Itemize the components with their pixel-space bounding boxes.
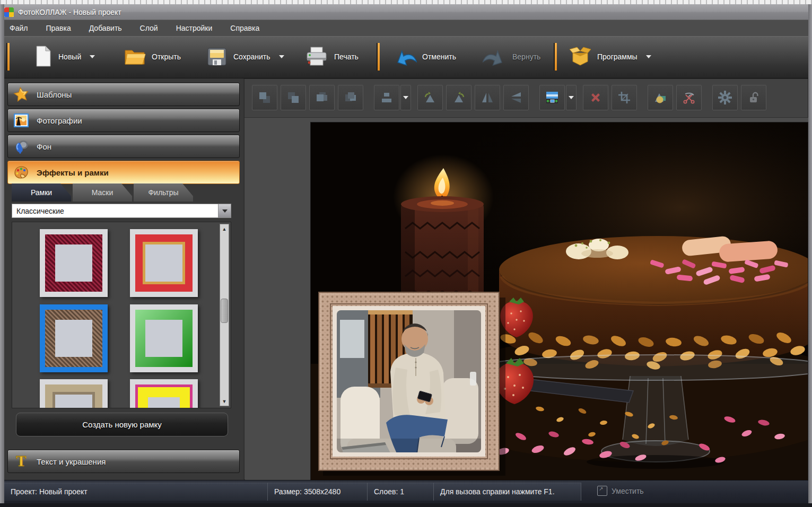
- save-button[interactable]: Сохранить: [206, 41, 284, 73]
- undo-button[interactable]: Отменить: [392, 41, 456, 73]
- frame-thumbnail-crimson[interactable]: [40, 229, 108, 297]
- rotate-right-icon: [452, 91, 466, 104]
- crop-icon: [617, 91, 631, 104]
- screen-capture-artifact: [0, 0, 812, 4]
- collage-canvas[interactable]: [311, 123, 808, 480]
- tab-frames[interactable]: Рамки: [12, 183, 71, 202]
- redo-arrow-icon: [483, 45, 507, 68]
- window-bottom-edge: [0, 503, 812, 507]
- open-folder-icon: [123, 46, 146, 68]
- save-button-label: Сохранить: [233, 53, 270, 61]
- menu-item-settings[interactable]: Настройки: [176, 24, 213, 32]
- menu-item-help[interactable]: Справка: [230, 24, 259, 32]
- tool-lock[interactable]: [741, 85, 766, 110]
- sidebar-panel-label: Шаблоны: [37, 90, 72, 99]
- create-frame-button[interactable]: Создать новую рамку: [16, 413, 228, 436]
- toolbar-separator: [378, 43, 380, 71]
- frames-tabs: Рамки Маски Фильтры: [12, 183, 193, 202]
- chevron-down-icon[interactable]: [90, 55, 95, 58]
- fit-button[interactable]: Уместить: [597, 486, 644, 496]
- programs-button-label: Программы: [597, 53, 638, 61]
- tool-crop[interactable]: [612, 85, 637, 110]
- tool-bring-forward[interactable]: [309, 85, 335, 110]
- project-status-text: Проект: Новый проект: [11, 487, 88, 496]
- chevron-down-icon[interactable]: [279, 55, 284, 58]
- programs-box-icon: [569, 46, 592, 68]
- print-button[interactable]: Печать: [304, 41, 359, 73]
- tool-mask-shape[interactable]: [648, 85, 673, 110]
- chevron-down-icon: [403, 96, 408, 99]
- sidebar-panel-photos[interactable]: Фотографии: [7, 109, 240, 132]
- menu-item-file[interactable]: Файл: [10, 24, 28, 32]
- frame-category-select[interactable]: Классические: [12, 204, 231, 218]
- tool-send-to-back[interactable]: [281, 85, 306, 110]
- frame-thumbnail-brown-ornate[interactable]: [40, 304, 108, 372]
- toolbar-separator: [7, 43, 10, 71]
- svg-text:T: T: [16, 453, 27, 469]
- scroll-up-button[interactable]: ▲: [220, 224, 229, 233]
- flip-horizontal-icon: [481, 91, 494, 104]
- tool-delete[interactable]: [583, 85, 608, 110]
- scrollbar-thumb[interactable]: [221, 299, 228, 323]
- frame-thumbnail-yellow[interactable]: [130, 379, 198, 408]
- tool-bring-to-front[interactable]: [252, 85, 277, 110]
- chevron-down-icon[interactable]: [646, 55, 651, 58]
- tool-rotate-left[interactable]: [417, 85, 443, 110]
- title-bar: ФотоКОЛЛАЖ - Новый проект: [0, 4, 812, 20]
- window-title: ФотоКОЛЛАЖ - Новый проект: [18, 8, 121, 16]
- tool-rotate-right[interactable]: [446, 85, 472, 110]
- frame-thumbnail-red-gold[interactable]: [130, 229, 198, 297]
- framed-photo-layer[interactable]: [319, 292, 505, 476]
- new-button-label: Новый: [58, 53, 81, 61]
- menu-bar: Файл Правка Добавить Слой Настройки Спра…: [0, 20, 812, 36]
- sidebar-panel-background[interactable]: Фон: [7, 135, 240, 158]
- frame-thumbnail-green[interactable]: [130, 304, 198, 372]
- flip-vertical-icon: [509, 91, 523, 104]
- sidebar-panel-label: Фон: [37, 142, 51, 151]
- bring-to-front-icon: [258, 91, 272, 104]
- layers-status-text: Слоев: 1: [374, 487, 404, 496]
- redo-button[interactable]: Вернуть: [483, 41, 540, 73]
- sidebar-panel-templates[interactable]: Шаблоны: [7, 83, 240, 106]
- canvas-view[interactable]: [245, 118, 808, 480]
- background-photo-layer[interactable]: [311, 123, 808, 480]
- tool-flip-vertical[interactable]: [503, 85, 529, 110]
- layers-status: Слоев: 1: [368, 483, 434, 501]
- tool-align-dropdown[interactable]: [400, 85, 411, 110]
- tool-flip-horizontal[interactable]: [475, 85, 500, 110]
- undo-button-label: Отменить: [422, 53, 456, 61]
- new-button[interactable]: Новый: [33, 41, 95, 73]
- mask-shape-icon: [653, 90, 668, 105]
- menu-item-add[interactable]: Добавить: [89, 24, 122, 32]
- tab-masks[interactable]: Маски: [73, 183, 132, 202]
- gear-icon: [718, 90, 732, 105]
- combo-dropdown-button[interactable]: [218, 204, 231, 217]
- tool-fit-to-page[interactable]: [539, 85, 565, 110]
- sidebar-panel-label: Эффекты и рамки: [37, 168, 109, 177]
- scroll-down-button[interactable]: ▼: [220, 397, 229, 406]
- open-button-label: Открыть: [152, 53, 181, 61]
- send-backward-icon: [344, 91, 357, 104]
- tool-fit-dropdown[interactable]: [566, 85, 577, 110]
- menu-item-layer[interactable]: Слой: [140, 24, 158, 32]
- photo-icon: [13, 112, 29, 128]
- size-status-text: Размер: 3508x2480: [274, 487, 340, 496]
- sidebar-panel-text-decorations[interactable]: T Текст и украшения: [7, 450, 240, 473]
- programs-button[interactable]: Программы: [569, 41, 651, 73]
- fit-icon: [597, 486, 607, 496]
- tab-filters[interactable]: Фильтры: [134, 183, 193, 202]
- sidebar-panel-effects-frames[interactable]: Эффекты и рамки: [7, 161, 240, 184]
- frame-category-value: Классические: [12, 207, 218, 215]
- tool-cut-contour[interactable]: [676, 85, 702, 110]
- frame-thumbnail-beige[interactable]: [40, 379, 108, 408]
- tool-send-backward[interactable]: [338, 85, 363, 110]
- frames-scrollbar[interactable]: ▲ ▼: [220, 224, 229, 406]
- tool-settings[interactable]: [712, 85, 738, 110]
- tool-align[interactable]: [374, 85, 399, 110]
- main-area: Шаблоны Фотографии Фон: [0, 78, 812, 480]
- open-button[interactable]: Открыть: [123, 41, 181, 73]
- main-toolbar: Новый Открыть Сохранить Печать: [0, 36, 812, 78]
- printer-icon: [304, 45, 329, 68]
- toolbar-separator: [555, 43, 557, 71]
- menu-item-edit[interactable]: Правка: [46, 24, 71, 32]
